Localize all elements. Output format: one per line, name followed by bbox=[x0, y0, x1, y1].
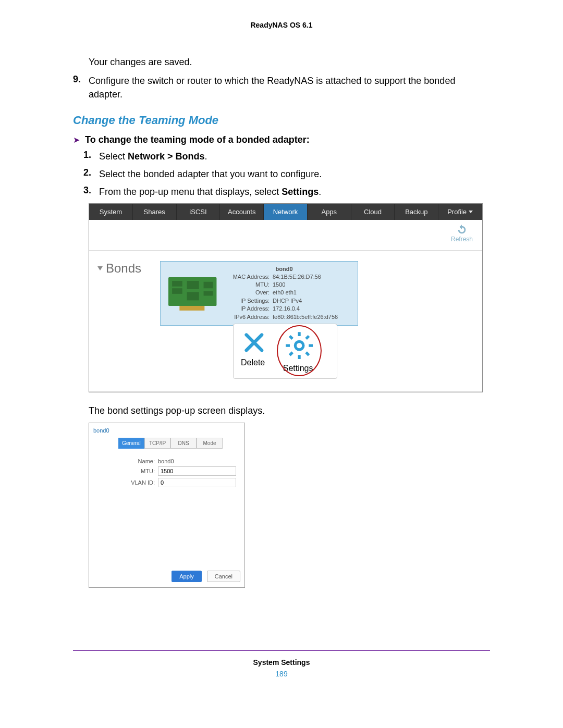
tab-accounts[interactable]: Accounts bbox=[220, 204, 264, 220]
mtu-label: MTU: bbox=[230, 281, 270, 289]
step-2-number: 2. bbox=[83, 167, 99, 181]
refresh-icon bbox=[456, 224, 468, 236]
tab-profile-label: Profile bbox=[447, 208, 467, 216]
procedure-heading: ➤ To change the teaming mode of a bonded… bbox=[73, 134, 490, 145]
nic-card-icon bbox=[165, 273, 222, 314]
bond-popup-menu: Delete Settings bbox=[233, 324, 337, 379]
section-title: Change the Teaming Mode bbox=[73, 114, 490, 127]
dialog-tab-dns[interactable]: DNS bbox=[170, 438, 197, 449]
ipaddress-label: IP Address: bbox=[230, 305, 270, 313]
step-2: 2. Select the bonded adapter that you wa… bbox=[83, 167, 490, 181]
mtu-field-label: MTU: bbox=[130, 468, 155, 474]
page-footer: System Settings 189 bbox=[73, 650, 490, 678]
bond-card[interactable]: bond0 MAC Address:84:1B:5E:26:D7:56 MTU:… bbox=[160, 261, 358, 326]
settings-label: Settings bbox=[283, 364, 313, 373]
svg-rect-4 bbox=[187, 292, 199, 300]
step-2-text: Select the bonded adapter that you want … bbox=[99, 167, 322, 181]
refresh-label: Refresh bbox=[451, 236, 473, 243]
after-text-1: The bond settings pop-up screen displays… bbox=[89, 404, 490, 417]
mac-value: 84:1B:5E:26:D7:56 bbox=[273, 273, 321, 281]
tab-backup[interactable]: Backup bbox=[395, 204, 438, 220]
svg-point-8 bbox=[295, 341, 303, 350]
gear-icon bbox=[283, 329, 315, 362]
over-label: Over: bbox=[230, 289, 270, 297]
over-value: eth0 eth1 bbox=[273, 289, 297, 297]
name-field-label: Name: bbox=[130, 458, 155, 464]
step-3-number: 3. bbox=[83, 185, 99, 199]
delete-icon bbox=[241, 329, 267, 356]
ipaddress-value: 172.16.0.4 bbox=[273, 305, 300, 313]
bonds-label-text: Bonds bbox=[106, 261, 141, 276]
tab-shares[interactable]: Shares bbox=[133, 204, 177, 220]
mtu-input[interactable] bbox=[158, 466, 236, 476]
network-bonds-screenshot: System Shares iSCSI Accounts Network App… bbox=[89, 203, 483, 393]
dialog-tab-general[interactable]: General bbox=[118, 438, 144, 449]
svg-rect-3 bbox=[187, 281, 199, 289]
bond-settings-dialog: bond0 General TCP/IP DNS Mode Name: bond… bbox=[89, 423, 245, 588]
mtu-row: MTU: bbox=[130, 466, 240, 476]
tab-network[interactable]: Network bbox=[264, 204, 308, 220]
step-1-number: 1. bbox=[83, 150, 99, 163]
apply-button[interactable]: Apply bbox=[172, 571, 202, 582]
caret-down-icon bbox=[469, 211, 473, 213]
refresh-button[interactable]: Refresh bbox=[451, 224, 473, 243]
dialog-tab-tcpip[interactable]: TCP/IP bbox=[144, 438, 170, 449]
procedure-text: To change the teaming mode of a bonded a… bbox=[85, 134, 310, 145]
vlan-input[interactable] bbox=[158, 478, 236, 487]
svg-rect-5 bbox=[204, 282, 213, 288]
step-9: 9. Configure the switch or router to whi… bbox=[73, 74, 490, 101]
dialog-title: bond0 bbox=[93, 427, 240, 434]
step-1-pre: Select bbox=[99, 151, 128, 162]
saved-text: Your changes are saved. bbox=[89, 55, 490, 69]
main-tab-bar: System Shares iSCSI Accounts Network App… bbox=[89, 204, 482, 220]
mtu-value: 1500 bbox=[273, 281, 285, 289]
tab-iscsi[interactable]: iSCSI bbox=[177, 204, 221, 220]
dialog-tab-mode[interactable]: Mode bbox=[197, 438, 223, 449]
page-number: 189 bbox=[73, 670, 490, 678]
document-header: ReadyNAS OS 6.1 bbox=[73, 21, 490, 29]
delete-button[interactable]: Delete bbox=[241, 329, 267, 373]
name-row: Name: bond0 bbox=[130, 458, 240, 464]
tab-apps[interactable]: Apps bbox=[308, 204, 351, 220]
step-3-text: From the pop-up menu that displays, sele… bbox=[99, 185, 321, 199]
ipv6-label: IPv6 Address: bbox=[230, 313, 270, 321]
settings-button[interactable]: Settings bbox=[283, 329, 315, 373]
mac-label: MAC Address: bbox=[230, 273, 270, 281]
name-field-value: bond0 bbox=[158, 458, 174, 464]
svg-rect-6 bbox=[204, 291, 213, 295]
collapse-triangle-icon bbox=[97, 266, 103, 270]
step-3-pre: From the pop-up menu that displays, sele… bbox=[99, 187, 282, 197]
cancel-button[interactable]: Cancel bbox=[207, 571, 240, 582]
procedure-arrow-icon: ➤ bbox=[73, 135, 80, 145]
tab-cloud[interactable]: Cloud bbox=[351, 204, 395, 220]
bond-title: bond0 bbox=[230, 266, 338, 272]
step-9-number: 9. bbox=[73, 74, 89, 101]
svg-rect-2 bbox=[172, 288, 182, 294]
svg-rect-7 bbox=[179, 306, 204, 311]
tab-system[interactable]: System bbox=[89, 204, 133, 220]
bond-details: bond0 MAC Address:84:1B:5E:26:D7:56 MTU:… bbox=[230, 266, 338, 321]
step-3: 3. From the pop-up menu that displays, s… bbox=[83, 185, 490, 199]
delete-label: Delete bbox=[241, 358, 265, 367]
footer-title: System Settings bbox=[73, 658, 490, 667]
vlan-field-label: VLAN ID: bbox=[130, 479, 155, 486]
step-3-bold: Settings bbox=[282, 187, 319, 197]
step-3-post: . bbox=[319, 187, 321, 197]
step-1: 1. Select Network > Bonds. bbox=[83, 150, 490, 163]
step-9-text: Configure the switch or router to which … bbox=[89, 74, 490, 101]
ipsettings-label: IP Settings: bbox=[230, 297, 270, 305]
vlan-row: VLAN ID: bbox=[130, 478, 240, 487]
step-1-post: . bbox=[205, 151, 207, 162]
bonds-section-label[interactable]: Bonds bbox=[97, 261, 160, 276]
tab-profile[interactable]: Profile bbox=[438, 204, 482, 220]
ipsettings-value: DHCP IPv4 bbox=[273, 297, 302, 305]
svg-rect-1 bbox=[172, 281, 182, 287]
ipv6-value: fe80::861b:5eff:fe26:d756 bbox=[273, 313, 338, 321]
step-1-text: Select Network > Bonds. bbox=[99, 150, 207, 163]
dialog-tabs: General TCP/IP DNS Mode bbox=[118, 438, 240, 449]
step-1-bold: Network > Bonds bbox=[128, 151, 205, 162]
